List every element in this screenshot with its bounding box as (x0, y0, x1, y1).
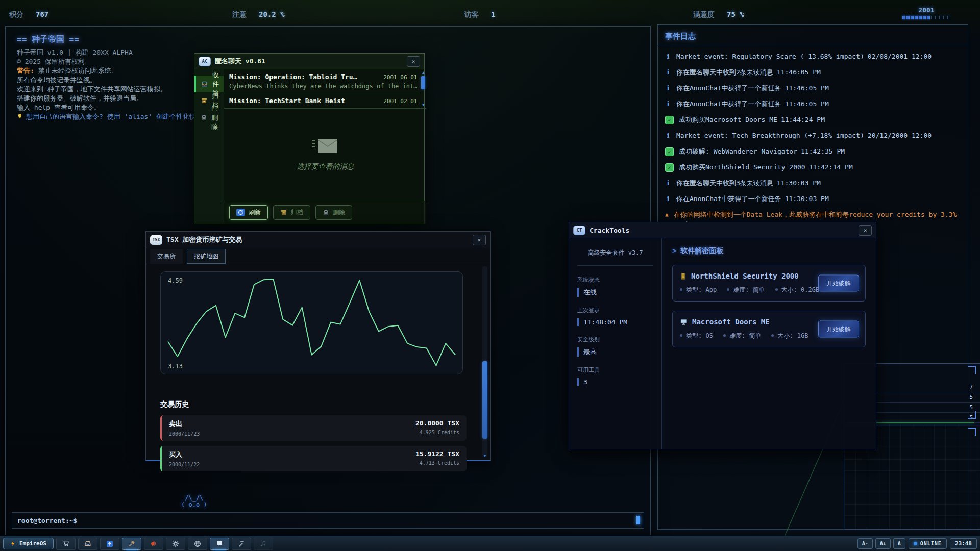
cracktools-titlebar[interactable]: CT CrackTools × (569, 222, 876, 238)
scroll-down-icon[interactable]: ▼ (422, 103, 425, 107)
taskbar-app-marketing[interactable] (144, 538, 163, 550)
mail-trash-button[interactable]: 删除 (315, 205, 352, 220)
tsx-content: 4.59 3.13 交易历史 卖出2000/11/2320.0000 TSX4.… (146, 264, 490, 460)
desktop: 积分767 注意20.2 % 访客1 满意度75 % 2001 == 种子帝国 … (0, 0, 980, 551)
envelope-icon (312, 138, 338, 155)
tsx-tabs: 交易所挖矿地图 (146, 248, 490, 264)
event-log-entry: iMarket event: Tech Breakthrough (+7.18%… (665, 131, 961, 140)
year-progress-square (902, 16, 905, 19)
scrollbar-thumb[interactable] (421, 76, 425, 89)
score-value: 767 (36, 10, 48, 19)
taskbar-app-shop[interactable] (56, 538, 76, 550)
year-progress-square (906, 16, 910, 19)
tsx-window: TSX TSX 加密货币挖矿与交易 × 交易所挖矿地图 4.59 3.13 交易… (145, 231, 491, 461)
tab-mining-map[interactable]: 挖矿地图 (187, 249, 226, 264)
terminal-input[interactable]: root@torrent:~$ (12, 512, 644, 529)
launcher-label: EmpireOS (19, 540, 46, 547)
terminal-prompt: root@torrent:~$ (17, 517, 77, 524)
taskbar-app-cracktools[interactable] (122, 538, 141, 550)
cart-icon (62, 540, 69, 547)
satisfaction-stat: 满意度75 % (693, 10, 744, 19)
archive-icon (280, 209, 287, 216)
mail-message[interactable]: Mission: TechStart Bank Heist2001-02-01 (224, 93, 420, 108)
year-progress-square (919, 16, 922, 19)
message-scrollbar[interactable]: ▲▼ (421, 70, 426, 107)
system-stat: 安全级别最高 (577, 336, 653, 357)
font-size-button[interactable]: A (893, 538, 905, 549)
trade-history-title: 交易历史 (160, 400, 467, 409)
taskbar: EmpireOS A-A+A ONLINE 23:48 (0, 536, 980, 551)
suite-version: 高级安全套件 v3.7 (577, 248, 653, 266)
year-progress-square (931, 16, 934, 19)
trash-icon (323, 209, 329, 216)
cracktools-title: CrackTools (590, 227, 629, 234)
year-value: 2001 (902, 6, 950, 14)
empireos-launcher-button[interactable]: EmpireOS (3, 538, 54, 549)
anonchat-window: AC 匿名聊天 v0.61 × 收件箱归档已删除 Mission: Operat… (194, 53, 425, 224)
mail-refresh-button[interactable]: 刷新 (229, 205, 268, 220)
mail-folder-trash[interactable]: 已删除 (194, 109, 224, 126)
cabinet-icon (680, 272, 687, 280)
empty-text: 选择要查看的消息 (297, 162, 354, 171)
font-size-button[interactable]: A+ (875, 538, 891, 549)
scroll-down-icon[interactable]: ▼ (482, 454, 487, 458)
corner-bracket (968, 366, 976, 374)
tsx-titlebar[interactable]: TSX TSX 加密货币挖矿与交易 × (146, 232, 490, 248)
taskbar-clock: 23:48 (950, 538, 977, 549)
info-icon: i (665, 67, 671, 77)
anonchat-titlebar[interactable]: AC 匿名聊天 v0.61 × (194, 54, 424, 69)
anonchat-title: 匿名聊天 v0.61 (215, 57, 265, 66)
archive-icon (201, 97, 208, 104)
bolt-icon (10, 540, 16, 547)
upload-icon (106, 540, 113, 547)
ascii-cat: /\_/\ ( o.o ) (181, 495, 207, 508)
taskbar-app-settings[interactable] (166, 538, 185, 550)
refresh-icon (236, 209, 245, 216)
tsx-scrollbar[interactable]: ▼ (482, 266, 487, 457)
mail-message[interactable]: Mission: Operation: Tabloid Tru…2001-06-… (224, 69, 420, 93)
taskbar-app-mail[interactable] (78, 538, 97, 550)
close-icon[interactable]: × (859, 225, 872, 236)
mail-sidebar: 收件箱归档已删除 (194, 69, 224, 224)
font-size-button[interactable]: A- (857, 538, 873, 549)
scroll-up-icon[interactable]: ▲ (422, 70, 425, 75)
mail-folder-inbox[interactable]: 收件箱 (194, 76, 224, 92)
taskbar-app-anonchat[interactable] (210, 538, 229, 550)
hammer-icon (128, 540, 135, 547)
event-log-entry: ✓成功购买Macrosoft Doors ME11:44:24 PM (665, 115, 961, 124)
event-log-entry: i你在匿名聊天中收到2条未读消息11:46:05 PM (665, 67, 961, 77)
tab-exchange[interactable]: 交易所 (150, 249, 183, 264)
scrollbar-thumb[interactable] (482, 361, 487, 439)
taskbar-app-mining[interactable] (232, 538, 251, 550)
event-log-entry: i你在AnonChat中获得了一个新任务11:46:05 PM (665, 83, 961, 93)
year-progress-square (943, 16, 946, 19)
start-crack-button[interactable]: 开始破解 (818, 275, 859, 292)
mail-main: Mission: Operation: Tabloid Tru…2001-06-… (224, 69, 426, 224)
visitors-label: 访客 (464, 10, 479, 19)
close-icon[interactable]: × (473, 235, 486, 245)
year-progress-square (947, 16, 950, 19)
info-icon: i (665, 99, 671, 109)
event-log-title: 事件日志 (658, 25, 968, 45)
info-icon: i (665, 131, 671, 140)
taskbar-app-upload[interactable] (100, 538, 119, 550)
mail-folder-archive[interactable]: 归档 (194, 92, 224, 109)
taskbar-app-music[interactable] (254, 538, 273, 550)
terminal-banner: == 种子帝国 == (17, 35, 639, 44)
system-stat: 可用工具3 (577, 366, 653, 386)
top-status-bar: 积分767 注意20.2 % 访客1 满意度75 % 2001 (0, 0, 980, 24)
warning-icon: ▲ (665, 210, 669, 219)
taskbar-app-browser[interactable] (188, 538, 207, 550)
close-icon[interactable]: × (407, 56, 420, 67)
tray-icon (84, 540, 91, 547)
info-icon: i (665, 178, 671, 188)
chat-icon (216, 540, 223, 547)
mail-archive-button[interactable]: 归档 (273, 205, 310, 220)
trade-history-item: 卖出2000/11/2320.0000 TSX4.925 Credits (160, 415, 467, 441)
trade-history-item: 买入2000/11/2215.9122 TSX4.713 Credits (160, 446, 467, 471)
info-icon: i (665, 83, 671, 93)
score-stat: 积分767 (9, 10, 48, 19)
year-progress-square (935, 16, 938, 19)
start-crack-button[interactable]: 开始破解 (818, 321, 859, 338)
visitors-value: 1 (491, 10, 495, 19)
